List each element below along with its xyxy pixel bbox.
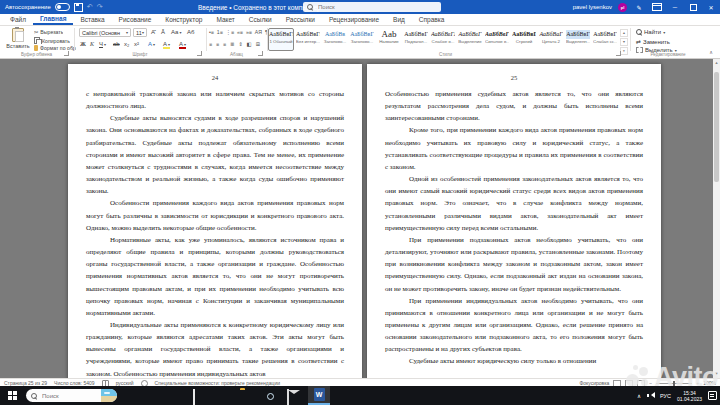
multilevel-list-icon[interactable]: ⋮≡	[226, 29, 234, 35]
shading-icon[interactable]: ◧	[247, 41, 252, 47]
redo-icon[interactable]: ↷	[97, 3, 103, 11]
replace-button[interactable]: ⇄ Заменить	[636, 38, 670, 45]
cut-button[interactable]: ✂ Вырезать	[34, 29, 63, 35]
zoom-slider[interactable]	[656, 383, 692, 384]
grow-font-button[interactable]: А̂	[151, 29, 155, 35]
titlebar-search[interactable]	[303, 2, 441, 12]
avatar[interactable]: pl	[618, 3, 627, 12]
underline-button[interactable]: Ч▾	[99, 41, 106, 47]
gallery-up-icon[interactable]: ▲	[620, 29, 628, 37]
word-taskbar-button[interactable]: W	[308, 386, 330, 405]
style-heading2[interactable]: АаБбВвГ Заголово...	[349, 28, 375, 51]
style-strong[interactable]: АаБбВвГ Строгий	[511, 28, 537, 51]
style-title[interactable]: Аab Название	[376, 28, 402, 51]
line-spacing-icon[interactable]: ⇕	[238, 41, 242, 47]
align-center-icon[interactable]: ≡	[216, 41, 219, 47]
clear-formatting-button[interactable]: Аб	[187, 29, 194, 35]
scrollbar-thumb[interactable]	[714, 72, 719, 182]
tab-design[interactable]: Конструктор	[158, 14, 209, 25]
tray-chevron-icon[interactable]: ∧	[637, 393, 641, 399]
tab-mailings[interactable]: Рассылки	[279, 14, 322, 25]
close-button[interactable]: ✕	[705, 0, 717, 14]
ink-pen-icon[interactable]: ✎	[633, 0, 645, 14]
tab-layout[interactable]: Макет	[209, 14, 241, 25]
user-name[interactable]: pavel lysenkov	[573, 4, 612, 10]
tab-insert[interactable]: Вставка	[73, 14, 111, 25]
change-case-button[interactable]: Аа▾	[171, 29, 181, 35]
align-left-icon[interactable]: ≡	[209, 41, 212, 47]
find-button[interactable]: Найти ▾	[636, 29, 665, 35]
mail-icon[interactable]	[287, 390, 289, 405]
maximize-button[interactable]	[687, 0, 699, 14]
tab-file[interactable]: Файл	[3, 14, 33, 25]
search-highlight-image[interactable]	[101, 389, 117, 402]
style-normal[interactable]: АаБбВвГг 1 Обычный	[268, 28, 294, 51]
page-25[interactable]: 25 Особенностью применения судебных акто…	[367, 64, 661, 404]
format-painter-button[interactable]: Формат по образцу	[34, 45, 76, 51]
gallery-down-icon[interactable]: ▼	[620, 38, 628, 46]
subscript-button[interactable]: х₂	[124, 41, 129, 47]
style-quote2[interactable]: АаБбВаГ Цитата 2	[538, 28, 564, 51]
taskbar-search[interactable]	[26, 389, 117, 402]
document-paragraph: Нормативные акты, как уже упоминалось, я…	[86, 234, 344, 319]
decrease-indent-icon[interactable]: «≡	[237, 29, 243, 35]
ribbon-options-icon[interactable]	[651, 0, 663, 14]
task-view-button[interactable]	[193, 390, 195, 405]
align-right-icon[interactable]: ≡	[223, 41, 226, 47]
vertical-scrollbar[interactable]: ▲ ▼	[713, 58, 720, 378]
numbering-icon[interactable]: 1≡	[217, 29, 223, 35]
increase-indent-icon[interactable]: »≡	[246, 29, 252, 35]
tab-view[interactable]: Вид	[386, 14, 412, 25]
sort-icon[interactable]: АЯ	[255, 29, 262, 35]
paste-button[interactable]: Вставить	[5, 28, 31, 53]
minimize-button[interactable]: ─	[669, 0, 681, 14]
font-color-button[interactable]: А▾	[179, 41, 186, 47]
zoom-slider-thumb[interactable]	[673, 381, 675, 386]
text-effects-button[interactable]: А▾	[148, 41, 155, 47]
titlebar-search-input[interactable]	[316, 3, 437, 11]
strikethrough-button[interactable]: ab	[113, 41, 120, 47]
speaker-icon[interactable]	[647, 392, 654, 399]
highlight-color-button[interactable]: А▾	[163, 41, 170, 47]
style-intense-emphasis[interactable]: АаБбВвГ Сильное в...	[484, 28, 510, 51]
bold-button[interactable]: Ж	[80, 41, 86, 47]
scroll-up-icon[interactable]: ▲	[713, 60, 720, 65]
styles-dialog-launcher[interactable]	[616, 51, 621, 56]
tab-draw[interactable]: Рисование	[112, 14, 159, 25]
style-intense-quote[interactable]: АаБбВвГ Выделенн...	[565, 28, 591, 51]
font-size-select[interactable]: 11 ▾	[133, 28, 147, 37]
style-subtle-reference[interactable]: АаБбВвГ Слабая сс...	[592, 28, 618, 51]
language-switcher[interactable]: РУС	[660, 393, 671, 399]
scroll-down-icon[interactable]: ▼	[713, 371, 720, 376]
superscript-button[interactable]: х²	[134, 41, 139, 47]
shrink-font-button[interactable]: А̌	[161, 29, 165, 35]
paragraph-dialog-launcher[interactable]	[258, 51, 263, 56]
action-center-icon[interactable]	[708, 391, 717, 400]
start-button[interactable]	[8, 391, 12, 395]
tab-references[interactable]: Ссылки	[242, 14, 279, 25]
undo-icon[interactable]: ↶	[87, 3, 93, 11]
font-name-select[interactable]: Calibri (Основн ▾	[79, 28, 131, 37]
clock[interactable]: 15:34 01.04.2023	[677, 390, 702, 402]
style-heading1[interactable]: АаБбВв Заголово...	[322, 28, 348, 51]
clipboard-dialog-launcher[interactable]	[64, 51, 69, 56]
style-subtitle[interactable]: АаБбВвГ Подзагол...	[403, 28, 429, 51]
taskbar-search-input[interactable]	[40, 392, 86, 400]
borders-icon[interactable]: ⊞	[256, 41, 260, 47]
tab-review[interactable]: Рецензирование	[322, 14, 386, 25]
font-dialog-launcher[interactable]	[197, 51, 202, 56]
document-canvas[interactable]: 24 с неправильной трактовкой закона или …	[0, 58, 720, 378]
justify-icon[interactable]: ≣	[230, 41, 234, 47]
style-emphasis[interactable]: АаБбВвГ Выделение	[457, 28, 483, 51]
style-no-spacing[interactable]: АаБбВвГг Без интер...	[295, 28, 321, 51]
italic-button[interactable]: К	[90, 41, 94, 47]
copy-button[interactable]: Копировать	[34, 37, 70, 44]
page-24[interactable]: 24 с неправильной трактовкой закона или …	[68, 64, 362, 404]
bullets-icon[interactable]: •≡	[209, 29, 214, 35]
style-subtle-emphasis[interactable]: АаБбВвГг Слабое в...	[430, 28, 456, 51]
collapse-ribbon-icon[interactable]: ∧	[709, 49, 713, 55]
autosave-toggle[interactable]	[55, 3, 70, 11]
tab-home[interactable]: Главная	[33, 13, 73, 25]
save-icon[interactable]	[74, 3, 83, 12]
tab-help[interactable]: Справка	[412, 14, 452, 25]
